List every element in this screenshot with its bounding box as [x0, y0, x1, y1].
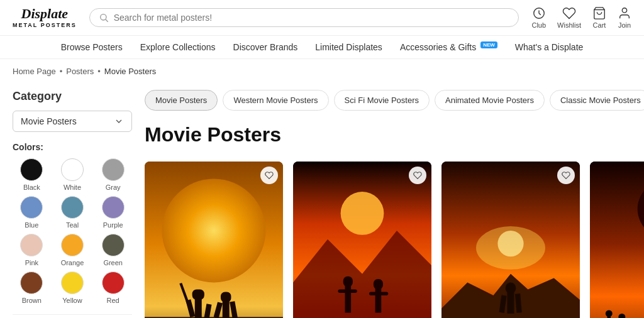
color-circle-pink	[20, 234, 43, 256]
tab-western[interactable]: Western Movie Posters	[223, 90, 328, 111]
color-item-orange[interactable]: Orange	[53, 234, 92, 266]
svg-point-6	[162, 178, 265, 282]
search-bar[interactable]	[89, 8, 519, 27]
svg-rect-9	[192, 289, 204, 299]
new-badge: NEW	[480, 41, 497, 48]
heart-icon	[413, 171, 422, 180]
main-layout: Category Movie Posters Colors: Black Whi…	[0, 84, 644, 318]
color-item-pink[interactable]: Pink	[13, 234, 51, 266]
sidebar-divider	[13, 314, 132, 315]
color-circle-brown	[20, 271, 43, 294]
color-item-gray[interactable]: Gray	[94, 158, 132, 191]
breadcrumb-sep1: •	[60, 67, 63, 76]
color-label-red: Red	[107, 297, 119, 304]
color-label-gray: Gray	[106, 184, 121, 191]
tab-classic[interactable]: Classic Movie Posters	[550, 90, 644, 111]
heart-icon	[562, 171, 570, 180]
poster-grid: DUNE	[145, 162, 644, 318]
cart-label: Cart	[593, 21, 606, 29]
color-label-orange: Orange	[61, 259, 84, 266]
color-circle-black	[20, 158, 43, 181]
heart-icon	[265, 171, 274, 180]
poster-card-poster1[interactable]: DUNE	[145, 162, 283, 318]
dropdown-label: Movie Posters	[21, 116, 77, 126]
color-item-yellow[interactable]: Yellow	[53, 271, 92, 304]
breadcrumb-current: Movie Posters	[104, 67, 156, 76]
club-button[interactable]: Club	[531, 6, 546, 29]
color-item-blue[interactable]: Blue	[13, 196, 51, 229]
color-label-pink: Pink	[25, 259, 38, 266]
color-label-brown: Brown	[22, 297, 42, 304]
color-label-black: Black	[23, 184, 40, 191]
color-circle-white	[61, 158, 84, 181]
nav-explore[interactable]: Explore Collections	[140, 42, 216, 52]
color-item-green[interactable]: Green	[94, 234, 132, 266]
svg-rect-26	[369, 292, 388, 295]
search-input[interactable]	[114, 13, 510, 23]
chevron-down-icon	[114, 116, 124, 126]
color-circle-orange	[61, 234, 84, 256]
nav-discover[interactable]: Discover Brands	[233, 42, 298, 52]
nav-browse[interactable]: Browse Posters	[61, 42, 123, 52]
color-circle-teal	[61, 196, 84, 219]
breadcrumb-home[interactable]: Home Page	[13, 67, 56, 76]
tab-animated[interactable]: Animated Movie Posters	[435, 90, 545, 111]
join-button[interactable]: Join	[618, 6, 631, 29]
wishlist-button[interactable]: Wishlist	[557, 6, 581, 29]
svg-point-0	[100, 14, 106, 20]
color-item-brown[interactable]: Brown	[13, 271, 51, 304]
poster-card-poster2[interactable]: GLADIATOR ARTHUR SKYWALKER vs. OBI-WAN K…	[293, 162, 431, 318]
color-item-purple[interactable]: Purple	[94, 196, 132, 229]
wishlist-button-poster1[interactable]	[260, 167, 278, 184]
tabs-row: Movie PostersWestern Movie PostersSci Fi…	[145, 90, 644, 111]
poster-card-poster4[interactable]	[590, 162, 644, 318]
svg-line-1	[106, 19, 108, 22]
svg-rect-25	[374, 279, 383, 289]
color-label-green: Green	[103, 259, 123, 266]
page-title: Movie Posters	[145, 123, 644, 146]
nav-limited[interactable]: Limited Displates	[315, 42, 382, 52]
color-label-yellow: Yellow	[62, 297, 82, 304]
breadcrumb: Home Page • Posters • Movie Posters	[0, 59, 644, 84]
tab-movie[interactable]: Movie Posters	[145, 90, 218, 111]
color-item-teal[interactable]: Teal	[53, 196, 92, 229]
color-item-red[interactable]: Red	[94, 271, 132, 304]
tab-scifi[interactable]: Sci Fi Movie Posters	[334, 90, 430, 111]
cart-button[interactable]: Cart	[592, 6, 606, 29]
color-label-blue: Blue	[25, 221, 38, 229]
wishlist-button-poster2[interactable]	[409, 167, 426, 184]
color-label-teal: Teal	[66, 221, 79, 229]
main-nav: Browse Posters Explore Collections Disco…	[0, 36, 644, 59]
nav-accessories[interactable]: Accessories & Gifts NEW	[400, 42, 497, 52]
svg-rect-21	[345, 282, 351, 312]
logo-sub: METAL POSTERS	[13, 22, 77, 28]
club-icon	[532, 6, 546, 20]
wishlist-button-poster3[interactable]	[557, 167, 575, 184]
sidebar: Category Movie Posters Colors: Black Whi…	[13, 84, 145, 318]
color-circle-green	[102, 234, 125, 256]
club-label: Club	[531, 21, 546, 29]
category-dropdown[interactable]: Movie Posters	[13, 111, 132, 132]
header-actions: Club Wishlist Cart Join	[531, 6, 631, 29]
svg-rect-40	[590, 162, 644, 318]
color-circle-gray	[102, 158, 125, 181]
color-label-white: White	[64, 184, 81, 191]
svg-point-33	[497, 231, 523, 256]
nav-whats[interactable]: What's a Displate	[515, 42, 584, 52]
color-item-black[interactable]: Black	[13, 158, 51, 191]
color-item-white[interactable]: White	[53, 158, 92, 191]
svg-point-50	[606, 310, 613, 317]
color-label-purple: Purple	[103, 221, 123, 229]
breadcrumb-posters[interactable]: Posters	[66, 67, 94, 76]
poster-visual-1: DUNE	[145, 162, 283, 318]
svg-rect-13	[221, 292, 231, 302]
color-circle-purple	[102, 196, 125, 219]
svg-point-19	[341, 192, 384, 235]
wishlist-label: Wishlist	[557, 21, 581, 29]
poster-card-poster3[interactable]: DUNE	[441, 162, 580, 318]
poster-visual-2: GLADIATOR ARTHUR SKYWALKER vs. OBI-WAN K…	[293, 162, 431, 318]
svg-point-4	[622, 8, 626, 13]
logo[interactable]: Displate METAL POSTERS	[13, 7, 77, 28]
join-label: Join	[618, 21, 631, 29]
color-circle-red	[102, 271, 125, 294]
